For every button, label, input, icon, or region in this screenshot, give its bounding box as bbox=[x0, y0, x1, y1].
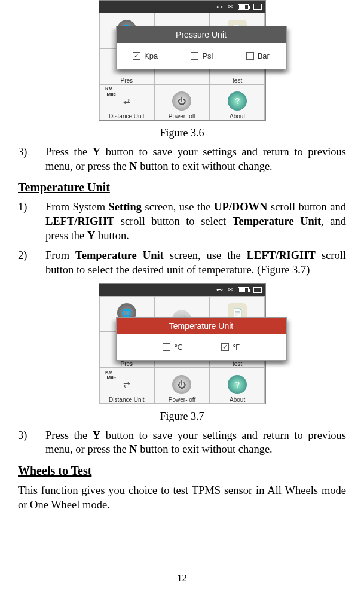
figure-3-6: ⊷ ✉ 🌐La 🔊 📄at Pres test KMMile⇄Distance … bbox=[18, 0, 346, 139]
km-label: KM bbox=[105, 86, 112, 91]
question-icon: ? bbox=[228, 375, 247, 394]
power-icon: ⏻ bbox=[172, 375, 191, 394]
heading-wheels-to-test: Wheels to Test bbox=[18, 464, 346, 478]
screen-icon bbox=[253, 287, 262, 293]
arrows-icon: ⇄ bbox=[117, 375, 136, 394]
screen-icon bbox=[253, 4, 262, 10]
battery-icon bbox=[238, 287, 249, 292]
checkbox-icon bbox=[191, 52, 198, 60]
grid-cell-about[interactable]: ?About bbox=[210, 368, 265, 404]
list-item-1b: 1) From System Setting screen, use the U… bbox=[18, 200, 346, 243]
cell-label: Pres bbox=[121, 77, 133, 84]
cell-label: Distance Unit bbox=[109, 113, 144, 120]
cell-label: test bbox=[233, 361, 242, 367]
mile-label: Mile bbox=[102, 375, 117, 380]
grid-cell-poweroff[interactable]: ⏻Power- off bbox=[154, 84, 210, 120]
option-kpa[interactable]: ✓Kpa bbox=[133, 51, 158, 60]
cell-label: Pres bbox=[121, 361, 133, 367]
option-label: ℃ bbox=[174, 343, 183, 352]
option-fahrenheit[interactable]: ✓℉ bbox=[221, 343, 240, 352]
usb-icon: ⊷ bbox=[216, 286, 223, 294]
option-label: ℉ bbox=[233, 343, 240, 352]
figure-3-7: ⊷ ✉ 🌐La 🔊 📄at Pres test KMMile⇄Distance … bbox=[18, 283, 346, 423]
cell-label: Distance Unit bbox=[109, 396, 144, 403]
option-label: Psi bbox=[202, 51, 213, 60]
list-number: 2) bbox=[18, 249, 31, 277]
mile-label: Mile bbox=[102, 91, 117, 97]
grid-cell-distance[interactable]: KMMile⇄Distance Unit bbox=[99, 368, 155, 404]
cell-label: Power- off bbox=[169, 113, 195, 120]
grid-cell-distance[interactable]: KMMile⇄Distance Unit bbox=[99, 84, 155, 120]
mail-icon: ✉ bbox=[228, 286, 233, 294]
checkbox-icon: ✓ bbox=[221, 343, 229, 351]
paragraph-wheels: This function gives you choice to test T… bbox=[18, 484, 346, 512]
option-psi[interactable]: Psi bbox=[191, 51, 213, 60]
option-label: Kpa bbox=[144, 51, 158, 60]
device-screen-2: ⊷ ✉ 🌐La 🔊 📄at Pres test KMMile⇄Distance … bbox=[99, 283, 266, 404]
cell-label: About bbox=[230, 113, 245, 120]
option-bar[interactable]: Bar bbox=[246, 51, 270, 60]
battery-icon bbox=[238, 4, 249, 10]
arrows-icon: ⇄ bbox=[117, 91, 136, 111]
status-bar: ⊷ ✉ bbox=[99, 284, 265, 296]
page-number: 12 bbox=[0, 572, 364, 584]
list-item-3b: 3) Press the Y button to save your setti… bbox=[18, 429, 346, 457]
device-screen-1: ⊷ ✉ 🌐La 🔊 📄at Pres test KMMile⇄Distance … bbox=[99, 0, 266, 121]
grid-cell-about[interactable]: ?About bbox=[210, 84, 265, 120]
question-icon: ? bbox=[228, 91, 247, 111]
list-item-2b: 2) From Temperature Unit screen, use the… bbox=[18, 249, 346, 277]
dialog-options-row: ℃ ✓℉ bbox=[117, 334, 286, 360]
temperature-unit-dialog: Temperature Unit ℃ ✓℉ bbox=[116, 317, 287, 361]
mail-icon: ✉ bbox=[228, 3, 233, 11]
list-text: From System Setting screen, use the UP/D… bbox=[45, 200, 346, 243]
option-celsius[interactable]: ℃ bbox=[163, 343, 183, 352]
list-number: 1) bbox=[18, 200, 31, 243]
km-label: KM bbox=[105, 370, 112, 375]
cell-label: test bbox=[233, 77, 242, 84]
status-bar: ⊷ ✉ bbox=[99, 1, 265, 13]
power-icon: ⏻ bbox=[172, 91, 191, 111]
list-number: 3) bbox=[18, 429, 31, 457]
dialog-options-row: ✓Kpa Psi Bar bbox=[117, 43, 286, 69]
list-number: 3) bbox=[18, 145, 31, 173]
checkbox-icon bbox=[246, 52, 254, 60]
list-text: Press the Y button to save your settings… bbox=[45, 145, 346, 173]
list-item-3a: 3) Press the Y button to save your setti… bbox=[18, 145, 346, 173]
figure-caption-3-6: Figure 3.6 bbox=[18, 127, 346, 139]
heading-temperature-unit: Temperature Unit bbox=[18, 181, 346, 194]
cell-label: Power- off bbox=[169, 396, 195, 403]
dialog-title: Pressure Unit bbox=[117, 26, 286, 43]
checkbox-icon bbox=[163, 343, 170, 351]
checkbox-icon: ✓ bbox=[133, 52, 140, 60]
dialog-title: Temperature Unit bbox=[117, 318, 286, 334]
cell-label: About bbox=[230, 396, 245, 403]
grid-cell-poweroff[interactable]: ⏻Power- off bbox=[154, 368, 210, 404]
figure-caption-3-7: Figure 3.7 bbox=[18, 410, 346, 423]
usb-icon: ⊷ bbox=[216, 3, 223, 11]
list-text: From Temperature Unit screen, use the LE… bbox=[45, 249, 346, 277]
pressure-unit-dialog: Pressure Unit ✓Kpa Psi Bar bbox=[116, 26, 287, 69]
list-text: Press the Y button to save your settings… bbox=[45, 429, 346, 457]
option-label: Bar bbox=[258, 51, 270, 60]
